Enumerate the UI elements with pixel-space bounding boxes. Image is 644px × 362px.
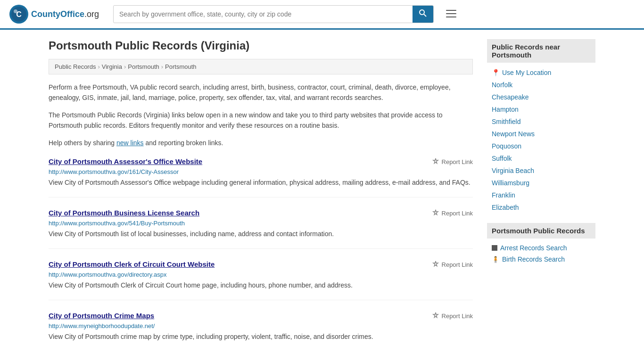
report-link-0[interactable]: Report Link: [432, 157, 473, 166]
report-link-icon-3: [432, 312, 439, 321]
sidebar-record-item-1: 🧍Birth Records Search: [487, 254, 595, 265]
sidebar-nearby-suffolk: Suffolk: [487, 152, 595, 165]
result-item: City of Portsmouth Crime Maps Report Lin…: [49, 312, 473, 351]
result-title-1[interactable]: City of Portsmouth Business License Sear…: [49, 209, 199, 217]
nearby-link-10[interactable]: Elizabeth: [492, 204, 519, 211]
sidebar-nearby-williamsburg: Williamsburg: [487, 177, 595, 189]
use-my-location-link[interactable]: Use My Location: [502, 69, 551, 76]
site-header: C CountyOffice.org: [0, 0, 644, 30]
report-link-label-0: Report Link: [442, 158, 473, 165]
result-item: City of Portsmouth Clerk of Circuit Cour…: [49, 260, 473, 300]
menu-button[interactable]: [443, 5, 459, 23]
nearby-section: Public Records near Portsmouth 📍 Use My …: [487, 39, 595, 214]
result-item: City of Portsmouth Assessor's Office Web…: [49, 157, 473, 197]
use-location[interactable]: 📍 Use My Location: [487, 66, 595, 79]
nearby-link-1[interactable]: Chesapeake: [492, 93, 529, 101]
svg-line-5: [424, 14, 426, 16]
sidebar-nearby-elizabeth: Elizabeth: [487, 201, 595, 214]
report-link-icon-2: [432, 260, 439, 269]
svg-rect-6: [446, 10, 456, 11]
report-link-label-1: Report Link: [442, 210, 473, 217]
search-input[interactable]: [114, 7, 413, 22]
results-list: City of Portsmouth Assessor's Office Web…: [49, 157, 473, 351]
report-link-3[interactable]: Report Link: [432, 312, 473, 321]
svg-point-4: [420, 10, 424, 15]
nearby-link-8[interactable]: Williamsburg: [492, 179, 529, 187]
nearby-link-5[interactable]: Poquoson: [492, 142, 521, 150]
description-2: The Portsmouth Public Records (Virginia)…: [49, 110, 473, 131]
records-links-list: Arrest Records Search🧍Birth Records Sear…: [487, 242, 595, 265]
report-link-icon-0: [432, 157, 439, 166]
search-area: [113, 5, 434, 23]
result-description-0: View City of Portsmouth Assessor's Offic…: [49, 178, 473, 188]
sidebar-nearby-newport-news: Newport News: [487, 128, 595, 140]
nearby-link-7[interactable]: Virginia Beach: [492, 167, 534, 174]
sidebar-nearby-norfolk: Norfolk: [487, 79, 595, 91]
sidebar-nearby-franklin: Franklin: [487, 189, 595, 201]
sidebar-nearby-poquoson: Poquoson: [487, 140, 595, 152]
records-section: Portsmouth Public Records Arrest Records…: [487, 223, 595, 265]
result-title-3[interactable]: City of Portsmouth Crime Maps: [49, 312, 154, 320]
nearby-link-2[interactable]: Hampton: [492, 106, 519, 113]
sidebar-nearby-hampton: Hampton: [487, 103, 595, 115]
result-title-2[interactable]: City of Portsmouth Clerk of Circuit Cour…: [49, 260, 215, 268]
sidebar-nearby-smithfield: Smithfield: [487, 115, 595, 128]
result-url-2[interactable]: http://www.portsmouthva.gov/directory.as…: [49, 271, 473, 278]
sidebar-nearby-virginia-beach: Virginia Beach: [487, 165, 595, 177]
svg-rect-8: [446, 16, 456, 17]
report-link-label-3: Report Link: [442, 313, 473, 320]
record-link-0[interactable]: Arrest Records Search: [500, 244, 567, 252]
result-item: City of Portsmouth Business License Sear…: [49, 209, 473, 249]
report-link-icon-1: [432, 209, 439, 218]
description-1: Perform a free Portsmouth, VA public rec…: [49, 82, 473, 103]
result-description-2: View City of Portsmouth Clerk of Circuit…: [49, 280, 473, 290]
svg-point-3: [14, 9, 17, 13]
page-title: Portsmouth Public Records (Virginia): [49, 39, 473, 52]
location-pin-icon: 📍: [492, 69, 500, 76]
result-url-3[interactable]: http://www.myneighborhoodupdate.net/: [49, 322, 473, 329]
result-description-1: View City of Portsmouth list of local bu…: [49, 229, 473, 239]
breadcrumb-portsmouth-1[interactable]: Portsmouth: [128, 63, 159, 70]
nearby-heading: Public Records near Portsmouth: [487, 39, 595, 63]
svg-rect-7: [446, 13, 456, 14]
record-link-1[interactable]: Birth Records Search: [502, 255, 565, 263]
new-links-link[interactable]: new links: [116, 139, 144, 147]
logo-area: C CountyOffice.org: [9, 5, 104, 24]
nearby-link-6[interactable]: Suffolk: [492, 155, 512, 162]
logo-text: CountyOffice.org: [31, 9, 99, 19]
logo-icon: C: [9, 5, 28, 24]
breadcrumb-public-records[interactable]: Public Records: [55, 63, 96, 70]
content-area: Portsmouth Public Records (Virginia) Pub…: [49, 39, 473, 362]
sidebar: Public Records near Portsmouth 📍 Use My …: [487, 39, 595, 362]
report-link-1[interactable]: Report Link: [432, 209, 473, 218]
breadcrumb-virginia[interactable]: Virginia: [102, 63, 122, 70]
search-button[interactable]: [413, 6, 433, 23]
result-description-3: View City of Portsmouth crime map by cri…: [49, 332, 473, 342]
nearby-link-9[interactable]: Franklin: [492, 191, 515, 199]
record-person-icon-1: 🧍: [492, 256, 499, 263]
result-url-1[interactable]: http://www.portsmouthva.gov/541/Buy-Port…: [49, 220, 473, 227]
sidebar-record-item-0: Arrest Records Search: [487, 242, 595, 254]
nearby-link-4[interactable]: Newport News: [492, 130, 535, 138]
description-3: Help others by sharing new links and rep…: [49, 138, 473, 148]
record-square-icon-0: [492, 245, 497, 251]
result-url-0[interactable]: http://www.portsmouthva.gov/161/City-Ass…: [49, 168, 473, 175]
report-link-2[interactable]: Report Link: [432, 260, 473, 269]
breadcrumb-portsmouth-2: Portsmouth: [165, 63, 196, 70]
nearby-places-list: NorfolkChesapeakeHamptonSmithfieldNewpor…: [487, 79, 595, 214]
nearby-link-0[interactable]: Norfolk: [492, 81, 512, 89]
report-link-label-2: Report Link: [442, 261, 473, 268]
sidebar-nearby-chesapeake: Chesapeake: [487, 91, 595, 103]
nearby-link-3[interactable]: Smithfield: [492, 118, 520, 125]
main-container: Portsmouth Public Records (Virginia) Pub…: [39, 30, 605, 362]
result-title-0[interactable]: City of Portsmouth Assessor's Office Web…: [49, 157, 202, 165]
records-heading: Portsmouth Public Records: [487, 223, 595, 239]
breadcrumb: Public Records › Virginia › Portsmouth ›…: [49, 59, 473, 74]
